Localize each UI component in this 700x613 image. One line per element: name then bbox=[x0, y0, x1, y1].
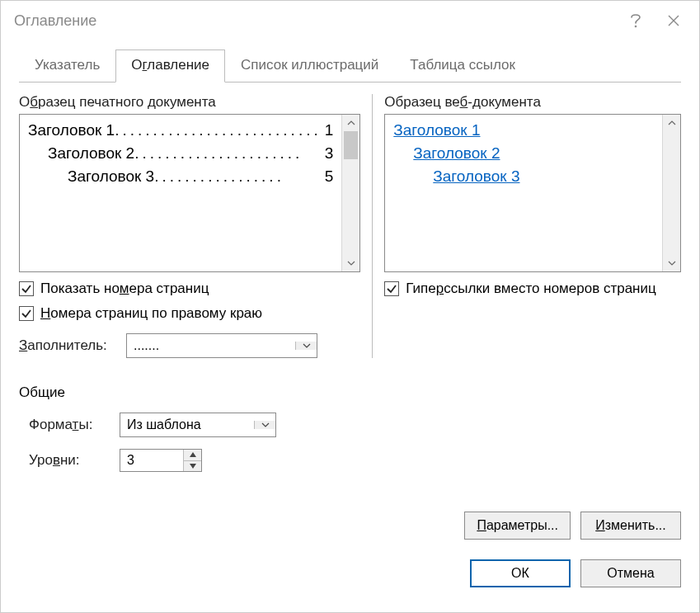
formats-label: Форматы: bbox=[29, 417, 120, 433]
scroll-down-icon[interactable] bbox=[663, 255, 680, 271]
tab-refs[interactable]: Таблица ссылок bbox=[394, 50, 531, 83]
cancel-button[interactable]: Отмена bbox=[580, 559, 681, 587]
web-preview-scrollbar[interactable] bbox=[662, 115, 680, 271]
tab-toc[interactable]: Оглавление bbox=[115, 50, 225, 83]
spinner-up-icon[interactable] bbox=[184, 450, 201, 460]
scroll-up-icon[interactable] bbox=[663, 115, 680, 131]
checkbox-label: Показать номера страниц bbox=[40, 281, 209, 297]
show-page-numbers-checkbox[interactable]: Показать номера страниц bbox=[19, 281, 360, 297]
tab-figures[interactable]: Список иллюстраций bbox=[225, 50, 394, 83]
web-link: Заголовок 3 bbox=[433, 167, 654, 186]
toc-row: Заголовок 1 ........................... … bbox=[28, 121, 333, 139]
checkbox-label: Гиперссылки вместо номеров страниц bbox=[406, 281, 655, 297]
formats-value: Из шаблона bbox=[120, 417, 254, 432]
formats-combobox[interactable]: Из шаблона bbox=[120, 413, 276, 437]
web-link: Заголовок 1 bbox=[393, 121, 654, 139]
right-align-checkbox[interactable]: Номера страниц по правому краю bbox=[19, 305, 360, 322]
svg-point-0 bbox=[635, 26, 637, 27]
spinner-down-icon[interactable] bbox=[184, 460, 201, 472]
formats-field: Форматы: Из шаблона bbox=[29, 413, 681, 437]
checkbox-icon bbox=[19, 281, 34, 296]
web-preview-content: Заголовок 1 Заголовок 2 Заголовок 3 bbox=[385, 115, 662, 271]
levels-value: 3 bbox=[120, 450, 183, 471]
chevron-down-icon[interactable] bbox=[295, 342, 317, 350]
modify-button[interactable]: Изменить... bbox=[580, 512, 681, 540]
levels-spinner[interactable]: 3 bbox=[120, 449, 202, 472]
dialog-footer: ОК Отмена bbox=[19, 559, 681, 587]
levels-label: Уровни: bbox=[29, 452, 120, 469]
print-preview-box: Заголовок 1 ........................... … bbox=[19, 114, 360, 272]
print-preview-scrollbar[interactable] bbox=[341, 115, 359, 271]
print-preview-column: Образец печатного документа Заголовок 1 … bbox=[19, 94, 360, 358]
leader-value: ....... bbox=[127, 338, 295, 353]
leader-label: Заполнитель: bbox=[19, 337, 126, 354]
tab-index[interactable]: Указатель bbox=[19, 50, 115, 83]
checkbox-label: Номера страниц по правому краю bbox=[40, 305, 262, 322]
web-link: Заголовок 2 bbox=[413, 144, 654, 163]
close-button[interactable] bbox=[655, 7, 693, 34]
toc-dialog: Оглавление Указатель Оглавление Список и… bbox=[0, 0, 700, 613]
titlebar: Оглавление bbox=[1, 1, 699, 40]
help-button[interactable] bbox=[617, 7, 655, 34]
hyperlinks-checkbox[interactable]: Гиперссылки вместо номеров страниц bbox=[384, 281, 681, 297]
general-group-label: Общие bbox=[19, 384, 681, 401]
options-button-row: Параметры... Изменить... bbox=[19, 512, 681, 540]
web-preview-box: Заголовок 1 Заголовок 2 Заголовок 3 bbox=[384, 114, 681, 272]
toc-row: Заголовок 2 ...................... 3 bbox=[48, 144, 333, 163]
dialog-title: Оглавление bbox=[14, 12, 617, 30]
toc-row: Заголовок 3 ................. 5 bbox=[68, 167, 333, 186]
scroll-down-icon[interactable] bbox=[342, 255, 359, 271]
chevron-down-icon[interactable] bbox=[254, 421, 275, 429]
checkbox-icon bbox=[19, 306, 34, 321]
print-preview-label: Образец печатного документа bbox=[19, 94, 360, 111]
tab-bar: Указатель Оглавление Список иллюстраций … bbox=[19, 49, 681, 83]
scroll-thumb[interactable] bbox=[344, 131, 358, 159]
ok-button[interactable]: ОК bbox=[470, 559, 571, 587]
checkbox-icon bbox=[384, 281, 399, 296]
dialog-content: Указатель Оглавление Список иллюстраций … bbox=[1, 40, 699, 612]
leader-field: Заполнитель: ....... bbox=[19, 333, 360, 358]
levels-field: Уровни: 3 bbox=[29, 449, 681, 472]
leader-combobox[interactable]: ....... bbox=[126, 333, 317, 358]
web-preview-label: Образец веб-документа bbox=[384, 94, 681, 111]
column-divider bbox=[372, 94, 373, 358]
print-preview-content: Заголовок 1 ........................... … bbox=[20, 115, 341, 271]
web-preview-column: Образец веб-документа Заголовок 1 Заголо… bbox=[384, 94, 681, 358]
scroll-up-icon[interactable] bbox=[342, 115, 359, 131]
options-button[interactable]: Параметры... bbox=[464, 512, 571, 540]
